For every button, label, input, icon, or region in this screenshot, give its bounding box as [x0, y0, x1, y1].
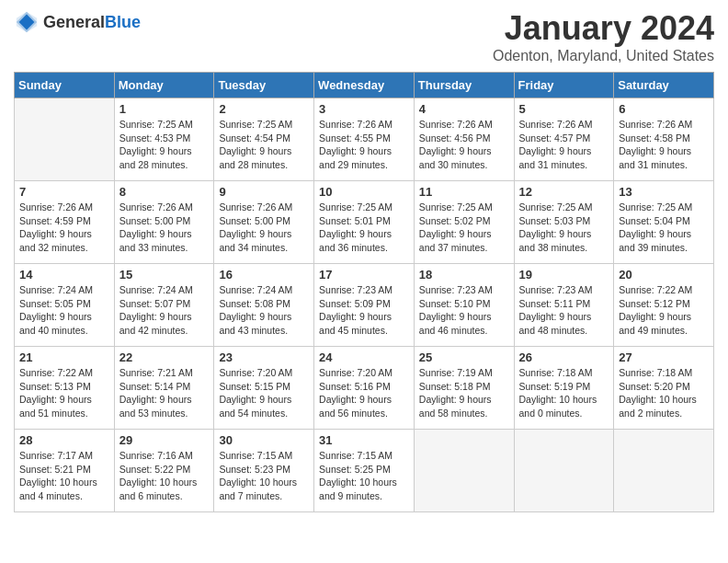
- calendar-cell: 21Sunrise: 7:22 AMSunset: 5:13 PMDayligh…: [15, 347, 115, 430]
- daylight-minutes: and 30 minutes.: [419, 158, 509, 172]
- calendar-cell: 9Sunrise: 7:26 AMSunset: 5:00 PMDaylight…: [214, 181, 314, 264]
- header-sunday: Sunday: [15, 73, 115, 98]
- sunset-text: Sunset: 5:19 PM: [519, 380, 609, 394]
- sunset-text: Sunset: 5:08 PM: [219, 297, 309, 311]
- calendar-cell: 28Sunrise: 7:17 AMSunset: 5:21 PMDayligh…: [15, 430, 115, 512]
- calendar-cell: 7Sunrise: 7:26 AMSunset: 4:59 PMDaylight…: [15, 181, 115, 264]
- daylight-minutes: and 37 minutes.: [419, 241, 509, 255]
- daylight-hours: Daylight: 10 hours: [19, 476, 109, 489]
- daylight-minutes: and 53 minutes.: [119, 407, 210, 420]
- calendar-cell: 16Sunrise: 7:24 AMSunset: 5:08 PMDayligh…: [214, 264, 314, 347]
- header-saturday: Saturday: [614, 73, 714, 98]
- sunrise-text: Sunrise: 7:25 AM: [319, 201, 409, 214]
- logo-blue: Blue: [105, 13, 141, 31]
- daylight-hours: Daylight: 9 hours: [419, 227, 509, 241]
- day-info: Sunrise: 7:18 AMSunset: 5:19 PMDaylight:…: [519, 366, 609, 420]
- sunset-text: Sunset: 4:53 PM: [119, 132, 210, 145]
- calendar-header-row: SundayMondayTuesdayWednesdayThursdayFrid…: [15, 73, 714, 98]
- daylight-hours: Daylight: 9 hours: [319, 310, 409, 324]
- day-info: Sunrise: 7:24 AMSunset: 5:07 PMDaylight:…: [119, 283, 210, 338]
- day-number: 26: [519, 350, 609, 364]
- day-info: Sunrise: 7:26 AMSunset: 4:57 PMDaylight:…: [519, 118, 609, 172]
- sunrise-text: Sunrise: 7:15 AM: [319, 449, 409, 463]
- day-info: Sunrise: 7:25 AMSunset: 5:04 PMDaylight:…: [619, 201, 709, 255]
- daylight-minutes: and 2 minutes.: [619, 407, 709, 420]
- calendar-week-3: 14Sunrise: 7:24 AMSunset: 5:05 PMDayligh…: [15, 264, 714, 347]
- sunrise-text: Sunrise: 7:19 AM: [419, 366, 509, 380]
- daylight-hours: Daylight: 9 hours: [319, 144, 409, 158]
- day-number: 31: [319, 433, 409, 447]
- sunset-text: Sunset: 5:07 PM: [119, 297, 210, 311]
- sunrise-text: Sunrise: 7:24 AM: [119, 283, 210, 297]
- daylight-hours: Daylight: 10 hours: [119, 476, 210, 489]
- day-info: Sunrise: 7:26 AMSunset: 4:56 PMDaylight:…: [419, 118, 509, 172]
- daylight-hours: Daylight: 9 hours: [419, 144, 509, 158]
- sunset-text: Sunset: 5:02 PM: [419, 214, 509, 228]
- day-number: 1: [119, 102, 210, 116]
- sunrise-text: Sunrise: 7:18 AM: [519, 366, 609, 380]
- day-number: 11: [419, 185, 509, 199]
- sunrise-text: Sunrise: 7:22 AM: [19, 366, 109, 380]
- day-number: 3: [319, 102, 409, 116]
- header-monday: Monday: [114, 73, 214, 98]
- day-info: Sunrise: 7:19 AMSunset: 5:18 PMDaylight:…: [419, 366, 509, 420]
- day-number: 18: [419, 268, 509, 282]
- month-title: January 2024: [493, 9, 714, 48]
- daylight-hours: Daylight: 9 hours: [619, 144, 709, 158]
- sunset-text: Sunset: 4:59 PM: [19, 214, 109, 228]
- daylight-hours: Daylight: 9 hours: [319, 227, 409, 241]
- calendar-cell: 31Sunrise: 7:15 AMSunset: 5:25 PMDayligh…: [314, 430, 415, 512]
- daylight-hours: Daylight: 9 hours: [419, 310, 509, 324]
- daylight-minutes: and 4 minutes.: [19, 489, 109, 503]
- daylight-minutes: and 36 minutes.: [319, 241, 409, 255]
- daylight-minutes: and 6 minutes.: [119, 489, 210, 503]
- calendar-cell: 25Sunrise: 7:19 AMSunset: 5:18 PMDayligh…: [414, 347, 514, 430]
- calendar-cell: 30Sunrise: 7:15 AMSunset: 5:23 PMDayligh…: [214, 430, 314, 512]
- daylight-minutes: and 28 minutes.: [119, 158, 210, 172]
- sunset-text: Sunset: 5:13 PM: [19, 380, 109, 394]
- sunrise-text: Sunrise: 7:23 AM: [519, 283, 609, 297]
- day-number: 23: [219, 350, 309, 364]
- sunset-text: Sunset: 5:22 PM: [119, 463, 210, 477]
- daylight-hours: Daylight: 9 hours: [219, 393, 309, 407]
- day-number: 10: [319, 185, 409, 199]
- calendar-cell: 5Sunrise: 7:26 AMSunset: 4:57 PMDaylight…: [514, 98, 614, 181]
- day-info: Sunrise: 7:22 AMSunset: 5:13 PMDaylight:…: [19, 366, 109, 420]
- calendar-cell: 2Sunrise: 7:25 AMSunset: 4:54 PMDaylight…: [214, 98, 314, 181]
- daylight-hours: Daylight: 9 hours: [119, 310, 210, 324]
- day-number: 9: [219, 185, 309, 199]
- day-info: Sunrise: 7:23 AMSunset: 5:09 PMDaylight:…: [319, 283, 409, 338]
- sunrise-text: Sunrise: 7:20 AM: [219, 366, 309, 380]
- daylight-hours: Daylight: 9 hours: [219, 227, 309, 241]
- daylight-hours: Daylight: 9 hours: [419, 393, 509, 407]
- calendar-cell: 20Sunrise: 7:22 AMSunset: 5:12 PMDayligh…: [614, 264, 714, 347]
- logo: GeneralBlue: [14, 9, 141, 35]
- logo-text: GeneralBlue: [43, 13, 141, 32]
- calendar-cell: 10Sunrise: 7:25 AMSunset: 5:01 PMDayligh…: [314, 181, 415, 264]
- day-info: Sunrise: 7:26 AMSunset: 4:55 PMDaylight:…: [319, 118, 409, 172]
- sunrise-text: Sunrise: 7:26 AM: [19, 201, 109, 214]
- sunset-text: Sunset: 5:03 PM: [519, 214, 609, 228]
- sunrise-text: Sunrise: 7:25 AM: [219, 118, 309, 132]
- day-number: 8: [119, 185, 210, 199]
- day-info: Sunrise: 7:22 AMSunset: 5:12 PMDaylight:…: [619, 283, 709, 338]
- daylight-hours: Daylight: 9 hours: [519, 144, 609, 158]
- calendar-cell: 29Sunrise: 7:16 AMSunset: 5:22 PMDayligh…: [114, 430, 214, 512]
- sunrise-text: Sunrise: 7:26 AM: [319, 118, 409, 132]
- calendar-cell: 23Sunrise: 7:20 AMSunset: 5:15 PMDayligh…: [214, 347, 314, 430]
- calendar-week-5: 28Sunrise: 7:17 AMSunset: 5:21 PMDayligh…: [15, 430, 714, 512]
- day-info: Sunrise: 7:20 AMSunset: 5:16 PMDaylight:…: [319, 366, 409, 420]
- daylight-hours: Daylight: 9 hours: [119, 227, 210, 241]
- day-info: Sunrise: 7:26 AMSunset: 4:58 PMDaylight:…: [619, 118, 709, 172]
- daylight-minutes: and 31 minutes.: [519, 158, 609, 172]
- daylight-minutes: and 39 minutes.: [619, 241, 709, 255]
- day-number: 24: [319, 350, 409, 364]
- daylight-minutes: and 46 minutes.: [419, 324, 509, 338]
- day-number: 12: [519, 185, 609, 199]
- daylight-minutes: and 38 minutes.: [519, 241, 609, 255]
- logo-general: General: [43, 13, 105, 31]
- sunrise-text: Sunrise: 7:25 AM: [119, 118, 210, 132]
- logo-icon: [14, 9, 40, 35]
- day-number: 15: [119, 268, 210, 282]
- calendar-cell: 4Sunrise: 7:26 AMSunset: 4:56 PMDaylight…: [414, 98, 514, 181]
